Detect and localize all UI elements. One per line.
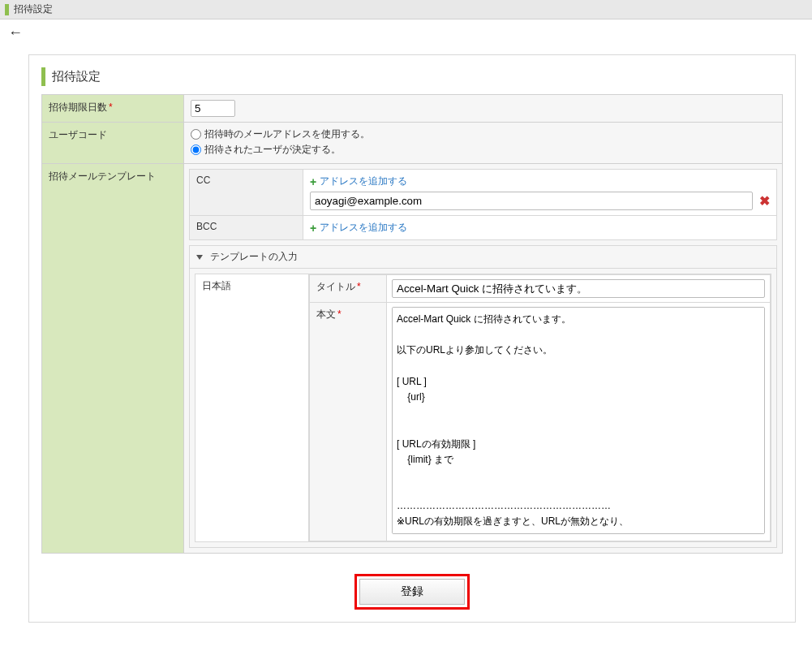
user-code-label: ユーザコード (42, 123, 184, 164)
section-title: 招待設定 (41, 67, 783, 86)
mail-title-input[interactable] (392, 279, 765, 298)
cc-add-address-link[interactable]: + アドレスを追加する (310, 175, 407, 188)
required-mark: * (109, 101, 113, 113)
page-header-title: 招待設定 (14, 2, 53, 16)
register-button[interactable]: 登録 (359, 579, 465, 605)
user-code-option2-label[interactable]: 招待されたユーザが決定する。 (204, 143, 341, 157)
cc-label: CC (190, 170, 303, 216)
mail-body-textarea[interactable] (392, 307, 765, 534)
header-accent (5, 4, 9, 15)
plus-icon: + (310, 175, 316, 188)
expiry-days-label: 招待期限日数* (42, 95, 184, 123)
template-lang-label: 日本語 (195, 274, 309, 542)
cc-email-input[interactable] (310, 192, 753, 210)
cc-remove-icon[interactable]: ✖ (759, 193, 770, 209)
user-code-radio-invitee[interactable] (191, 144, 201, 155)
required-mark: * (357, 281, 361, 292)
user-code-option1-label[interactable]: 招待時のメールアドレスを使用する。 (204, 127, 370, 141)
chevron-down-icon (196, 255, 203, 260)
mail-body-label: 本文* (310, 303, 387, 541)
plus-icon: + (310, 222, 316, 235)
required-mark: * (337, 308, 342, 320)
mail-title-label: タイトル* (310, 275, 387, 303)
back-arrow-icon[interactable]: ← (8, 24, 23, 41)
bcc-label: BCC (190, 216, 303, 240)
user-code-radio-email[interactable] (191, 129, 201, 140)
bcc-add-address-link[interactable]: + アドレスを追加する (310, 221, 407, 235)
register-button-highlight: 登録 (354, 574, 470, 610)
template-accordion-header[interactable]: テンプレートの入力 (189, 245, 777, 269)
mail-template-label: 招待メールテンプレート (42, 164, 184, 554)
expiry-days-input[interactable] (191, 100, 235, 117)
